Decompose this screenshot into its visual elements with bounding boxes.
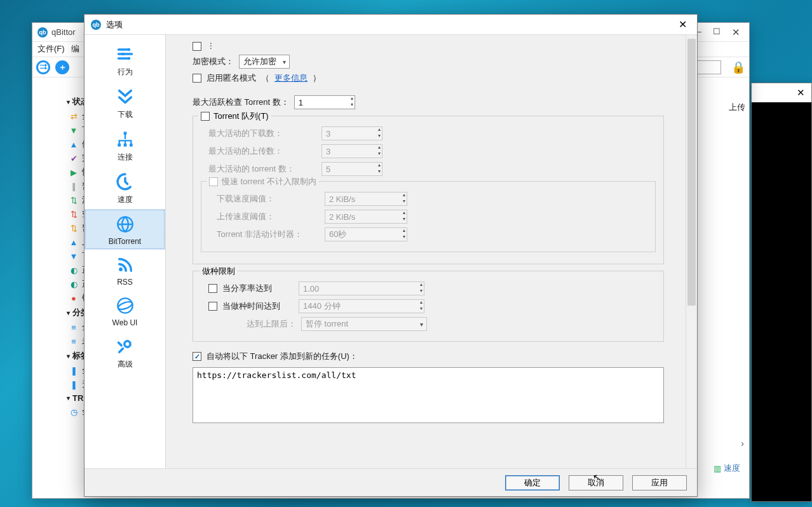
status-icon: ≡ [69,337,78,346]
chevron-down-icon: ▾ [67,98,70,105]
add-torrent-icon[interactable]: ＋ [55,60,69,74]
status-icon: ▶ [69,168,78,177]
category-icon [116,255,134,275]
category-速度[interactable]: 速度 [85,166,165,209]
menu-file[interactable]: 文件(F) [37,44,65,53]
max-downloads-spin: 3 [321,126,382,140]
svg-point-0 [127,48,130,51]
dialog-titlebar: qb 选项 ✕ [85,15,697,35]
status-icon: ❚ [69,366,78,375]
category-连接[interactable]: 连接 [85,124,165,166]
inactivity-spin: 60秒 [325,227,407,241]
speed-icon: ▥ [714,464,721,473]
dl-threshold-spin: 2 KiB/s [325,192,407,206]
lock-icon[interactable]: 🔒 [731,60,745,74]
main-title: qBittor [51,27,76,37]
svg-point-1 [121,53,125,56]
status-icon: ◐ [69,266,78,275]
max-torrents-spin: 5 [321,162,382,176]
slow-torrent-subgroup: 慢速 torrent 不计入限制内 下载速度阈值：2 KiB/s 上传速度阈值：… [201,181,656,252]
chevron-down-icon: ▾ [67,309,70,316]
category-icon [116,129,134,149]
category-icon [116,214,134,234]
status-icon: ❚ [69,380,78,389]
options-dialog: qb 选项 ✕ 行为下载连接速度BitTorrentRSSWeb UI高级 ︙ … [84,14,698,497]
seed-time-spin: 1440 分钟 [299,299,424,313]
category-icon [116,172,134,192]
category-rss[interactable]: RSS [85,250,165,290]
svg-rect-4 [118,144,121,147]
status-icon: ▲ [69,238,78,247]
category-list: 行为下载连接速度BitTorrentRSSWeb UI高级 [85,35,166,468]
ratio-spin: 1.00 [299,281,424,295]
status-icon: ≡ [69,323,78,332]
torrent-queue-checkbox[interactable] [201,112,210,121]
cancel-button[interactable]: 取消 [569,475,623,490]
ok-button[interactable]: 确定 [505,475,560,490]
status-icon: ‖ [69,182,78,191]
svg-rect-5 [123,144,126,147]
max-active-check-label: 最大活跃检查 Torrent 数： [193,97,289,108]
trackers-textarea[interactable] [193,367,664,423]
anon-mode-checkbox[interactable] [193,74,201,83]
category-行为[interactable]: 行为 [85,39,165,81]
svg-point-2 [127,57,130,60]
status-icon: ◐ [69,280,78,289]
category-下载[interactable]: 下载 [85,81,165,124]
reach-action-select: 暂停 torrent [301,317,427,331]
svg-rect-3 [123,132,126,135]
dialog-title: 选项 [106,19,123,30]
torrent-queue-legend: Torrent 队列(T) [213,111,269,122]
max-active-check-spin[interactable]: 1 [294,95,355,109]
scroll-right-icon[interactable]: › [741,438,744,449]
qb-logo-icon: qb [37,27,48,37]
status-icon: ⇅ [69,224,78,233]
max-uploads-spin: 3 [321,144,382,158]
category-icon [116,295,134,316]
auto-tracker-checkbox[interactable] [193,352,201,361]
status-icon: ● [69,294,78,303]
chevron-down-icon: ▾ [67,395,70,402]
status-icon: ▲ [69,140,78,149]
upload-col-header: 上传 [729,102,745,113]
slow-torrent-checkbox [209,177,218,186]
apply-button[interactable]: 应用 [632,475,687,490]
speed-tab[interactable]: ▥ 速度 [714,463,740,474]
category-bittorrent[interactable]: BitTorrent [85,209,165,250]
status-icon: ▼ [69,126,78,135]
torrent-queue-group: Torrent 队列(T) 最大活动的下载数：3 最大活动的上传数：3 最大活动… [193,116,664,264]
close-icon[interactable]: ✕ [732,27,740,38]
seed-time-checkbox[interactable] [208,302,217,311]
category-icon [116,86,134,107]
chevron-down-icon: ▾ [67,353,70,360]
background-console-window: ✕ [751,83,812,502]
close-icon[interactable]: ✕ [797,87,805,98]
category-高级[interactable]: 高级 [85,331,165,374]
anon-mode-label: 启用匿名模式 [206,72,256,84]
encrypt-mode-select[interactable]: 允许加密 [239,55,290,69]
scrollbar[interactable] [686,35,697,468]
ul-threshold-spin: 2 KiB/s [325,210,407,224]
status-icon: ✔ [69,154,78,163]
more-info-link[interactable]: 更多信息 [274,72,308,84]
status-icon: ⇅ [69,196,78,205]
options-content: ︙ 加密模式： 允许加密 启用匿名模式 （更多信息） 最大活跃检查 Torren… [166,35,697,468]
status-icon: ◷ [69,407,78,417]
status-icon: ⇅ [69,210,78,219]
auto-tracker-label: 自动将以下 Tracker 添加到新的任务(U)： [206,351,358,362]
encrypt-mode-label: 加密模式： [193,56,234,67]
add-link-icon[interactable]: ⮆ [36,60,50,74]
category-web-ui[interactable]: Web UI [85,290,165,331]
scrollbar-thumb[interactable] [687,39,696,306]
status-icon: ⇄ [69,112,78,121]
qb-logo-icon: qb [91,20,101,30]
ratio-checkbox[interactable] [208,284,217,293]
seeding-limit-group: 做种限制 当分享率达到 1.00 当做种时间达到 1440 分钟 达到上限后： [193,271,664,342]
category-icon [116,336,134,356]
unknown-top-checkbox[interactable] [193,42,201,51]
close-icon[interactable]: ✕ [675,17,691,32]
category-icon [116,44,134,64]
maximize-icon[interactable]: ☐ [713,27,721,38]
svg-rect-6 [130,144,133,147]
svg-point-8 [119,267,123,271]
